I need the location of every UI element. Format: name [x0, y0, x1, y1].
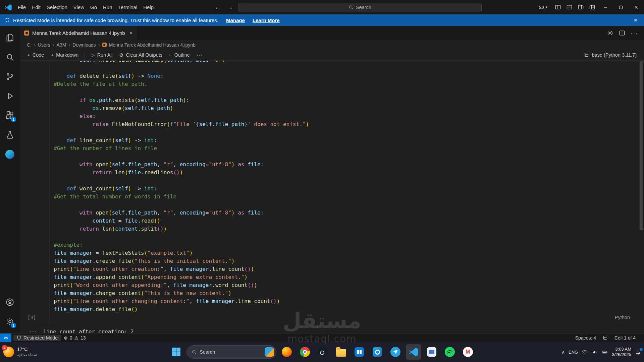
microsoft-store-icon[interactable] [352, 344, 367, 360]
restricted-mode-status[interactable]: Restricted Mode [13, 335, 61, 341]
clear-all-outputs-button[interactable]: ⊘Clear All Outputs [116, 51, 165, 59]
tab-close-icon[interactable]: × [129, 30, 133, 37]
code-line[interactable]: #example: [54, 241, 309, 249]
volume-icon[interactable] [592, 349, 598, 355]
menu-terminal[interactable]: Terminal [115, 3, 141, 11]
command-center-search[interactable]: Search [238, 3, 482, 12]
minimize-button[interactable] [598, 0, 613, 14]
tab-notebook[interactable]: Menna Tarek Abdelhamid Hassan 4.ipynb × [20, 26, 137, 40]
problems-status[interactable]: ⊗ 0 ⚠ 13 [61, 335, 89, 341]
code-line[interactable]: file_manager.create_file("This is the in… [54, 257, 309, 265]
layout-icon[interactable] [600, 335, 611, 340]
code-line[interactable] [54, 128, 309, 136]
accounts-icon[interactable] [0, 292, 20, 312]
banner-close-icon[interactable]: × [632, 16, 639, 24]
toggle-panel-icon[interactable] [564, 2, 575, 13]
code-line[interactable] [54, 64, 309, 72]
menu-help[interactable]: Help [140, 3, 157, 11]
mail-icon[interactable] [424, 344, 439, 360]
remote-indicator[interactable]: >< [0, 334, 11, 342]
toggle-secondary-sidebar-icon[interactable] [575, 2, 586, 13]
code-line[interactable]: else: [54, 112, 309, 120]
menu-go[interactable]: Go [87, 3, 100, 11]
telegram-icon[interactable] [388, 344, 403, 360]
output-more-icon[interactable]: ··· [30, 328, 37, 333]
weather-widget[interactable]: 4 17°C سماء صافية [3, 347, 37, 357]
search-sidebar-icon[interactable] [0, 47, 20, 67]
code-line[interactable]: content = file.read() [54, 217, 309, 225]
learn-more-link[interactable]: Learn More [253, 17, 280, 23]
code-line[interactable]: with open(self.file_path, "r", encoding=… [54, 161, 309, 169]
menu-view[interactable]: View [70, 3, 87, 11]
notebook-editor[interactable]: self._write_with_timestamp(content, mode… [20, 61, 644, 333]
code-line[interactable]: if os.path.exists(self.file_path): [54, 96, 309, 104]
code-line[interactable]: raise FileNotFoundError(f"File '{self.fi… [54, 120, 309, 128]
menu-selection[interactable]: Selection [44, 3, 70, 11]
search-highlight-image[interactable] [265, 347, 274, 357]
breadcrumb-item[interactable]: C: [27, 42, 32, 48]
add-code-cell-button[interactable]: +Code [24, 51, 47, 59]
breadcrumb-item-file[interactable]: Menna Tarek Abdelhamid Hassan 4.ipynb [109, 42, 196, 48]
outline-button[interactable]: ≡Outline [166, 51, 193, 59]
code-line[interactable]: file_manager.append_content("Appending s… [54, 273, 309, 281]
code-line[interactable]: with open(self.file_path, "r", encoding=… [54, 209, 309, 217]
notifications-bell-icon[interactable] [635, 349, 641, 355]
show-hidden-icons[interactable]: ∧ [561, 350, 565, 355]
code-line[interactable]: file_manager.change_content("This is the… [54, 289, 309, 297]
code-line[interactable]: return len(file.readlines()) [54, 169, 309, 177]
forward-icon[interactable]: → [226, 4, 235, 11]
code-line[interactable] [54, 88, 309, 96]
spotify-icon[interactable] [442, 344, 458, 360]
kernel-picker[interactable]: base (Python 3.11.7) [584, 52, 637, 58]
copilot-icon[interactable]: ▾ [538, 4, 547, 11]
source-control-icon[interactable] [0, 67, 20, 86]
code-line[interactable] [54, 233, 309, 241]
extensions-icon[interactable]: 1 [0, 106, 20, 125]
start-button[interactable] [168, 344, 184, 360]
menu-edit[interactable]: Edit [29, 3, 44, 11]
close-button[interactable]: × [629, 0, 644, 14]
taskbar-search[interactable]: Search [186, 345, 276, 359]
maximize-button[interactable] [613, 0, 629, 14]
cell-language-picker[interactable]: Python [615, 315, 630, 320]
code-line[interactable] [54, 177, 309, 185]
run-all-button[interactable]: ▷Run All [88, 51, 116, 59]
battery-icon[interactable] [602, 349, 608, 355]
breadcrumb-item[interactable]: A3M [57, 42, 66, 48]
more-actions-icon[interactable]: ··· [631, 30, 638, 36]
code-line[interactable]: #Delete the file at the path. [54, 80, 309, 88]
outlook-icon[interactable] [370, 344, 385, 360]
code-line[interactable]: file_manager = TextFileStats("example.tx… [54, 249, 309, 257]
code-line[interactable]: def delete_file(self) -> None: [54, 72, 309, 80]
wifi-icon[interactable] [582, 349, 588, 355]
menu-run[interactable]: Run [100, 3, 115, 11]
file-explorer-icon[interactable] [333, 344, 349, 360]
add-markdown-cell-button[interactable]: +Markdown [48, 51, 82, 59]
customize-layout-icon[interactable] [586, 2, 598, 13]
toggle-primary-sidebar-icon[interactable] [552, 2, 564, 13]
toolbar-more-icon[interactable]: ··· [194, 51, 207, 59]
code-line[interactable]: print("Line count after changing content… [54, 297, 309, 305]
cell-position-status[interactable]: Cell 1 of 4 [611, 335, 639, 341]
indentation-status[interactable]: Spaces: 4 [572, 335, 599, 341]
code-line[interactable] [54, 201, 309, 209]
code-cell-content[interactable]: self._write_with_timestamp(content, mode… [54, 61, 309, 313]
run-debug-icon[interactable] [0, 86, 20, 106]
clock[interactable]: 3:03 AM 3/26/2025 [612, 347, 631, 357]
code-line[interactable]: return len(content.split()) [54, 225, 309, 233]
gmail-icon[interactable]: M [460, 344, 476, 360]
breadcrumb-item[interactable]: Users [38, 42, 50, 48]
explorer-icon[interactable] [0, 28, 20, 47]
breadcrumb-item[interactable]: Downloads [72, 42, 96, 48]
edge-icon[interactable] [0, 144, 20, 164]
code-line[interactable]: def word_count(self) -> int: [54, 185, 309, 193]
vscode-taskbar-icon[interactable] [406, 344, 421, 360]
code-line[interactable]: self._write_with_timestamp(content, mode… [54, 61, 309, 64]
settings-gear-icon[interactable]: 1 [0, 312, 20, 331]
code-line[interactable]: os.remove(self.file_path) [54, 104, 309, 112]
language-indicator[interactable]: ENG [569, 350, 578, 355]
back-icon[interactable]: ← [213, 4, 222, 11]
chrome-icon[interactable] [297, 344, 313, 360]
code-line[interactable]: #Get the number of lines in file [54, 144, 309, 153]
code-line[interactable]: #Get the total number of words in file [54, 193, 309, 201]
